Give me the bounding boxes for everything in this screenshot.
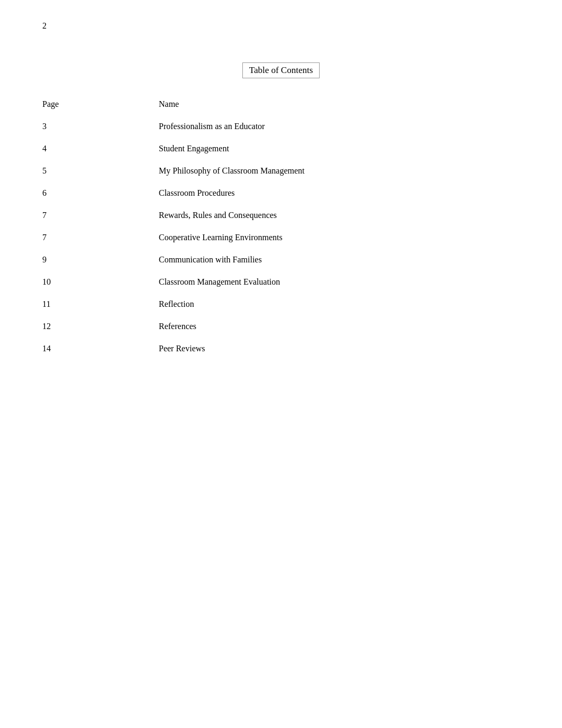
toc-entry-title: Cooperative Learning Environments xyxy=(159,233,520,242)
toc-row: 4Student Engagement xyxy=(42,144,520,153)
toc-entry-page: 11 xyxy=(42,299,159,309)
toc-entry-page: 10 xyxy=(42,277,159,287)
toc-entry-title: References xyxy=(159,322,520,331)
toc-row: 14Peer Reviews xyxy=(42,344,520,353)
toc-row: 3Professionalism as an Educator xyxy=(42,122,520,131)
toc-entry-title: Classroom Procedures xyxy=(159,188,520,198)
toc-entry-page: 4 xyxy=(42,144,159,153)
toc-entry-page: 7 xyxy=(42,211,159,220)
toc-entry-title: Communication with Families xyxy=(159,255,520,265)
toc-row: 7Rewards, Rules and Consequences xyxy=(42,211,520,220)
toc-row: 7Cooperative Learning Environments xyxy=(42,233,520,242)
page-container: 2 Table of Contents Page Name 3Professio… xyxy=(0,0,562,728)
toc-entry-page: 5 xyxy=(42,166,159,176)
toc-entry-title: Rewards, Rules and Consequences xyxy=(159,211,520,220)
toc-row: 5My Philosophy of Classroom Management xyxy=(42,166,520,176)
toc-entry-title: Student Engagement xyxy=(159,144,520,153)
toc-row: 10Classroom Management Evaluation xyxy=(42,277,520,287)
toc-header-row: Page Name xyxy=(42,99,520,109)
toc-entry-page: 3 xyxy=(42,122,159,131)
toc-entry-page: 7 xyxy=(42,233,159,242)
toc-entry-title: Reflection xyxy=(159,299,520,309)
toc-name-header: Name xyxy=(159,99,520,109)
toc-entry-title: Classroom Management Evaluation xyxy=(159,277,520,287)
page-number: 2 xyxy=(42,21,520,31)
toc-title: Table of Contents xyxy=(242,62,320,78)
toc-table: Page Name 3Professionalism as an Educato… xyxy=(42,99,520,353)
toc-row: 11Reflection xyxy=(42,299,520,309)
toc-entry-title: My Philosophy of Classroom Management xyxy=(159,166,520,176)
toc-row: 9Communication with Families xyxy=(42,255,520,265)
toc-entry-page: 12 xyxy=(42,322,159,331)
toc-entry-page: 9 xyxy=(42,255,159,265)
toc-entry-page: 6 xyxy=(42,188,159,198)
title-section: Table of Contents xyxy=(42,62,520,78)
toc-row: 12References xyxy=(42,322,520,331)
toc-rows: 3Professionalism as an Educator4Student … xyxy=(42,122,520,353)
toc-entry-title: Peer Reviews xyxy=(159,344,520,353)
toc-page-header: Page xyxy=(42,99,159,109)
toc-row: 6Classroom Procedures xyxy=(42,188,520,198)
toc-entry-title: Professionalism as an Educator xyxy=(159,122,520,131)
toc-entry-page: 14 xyxy=(42,344,159,353)
